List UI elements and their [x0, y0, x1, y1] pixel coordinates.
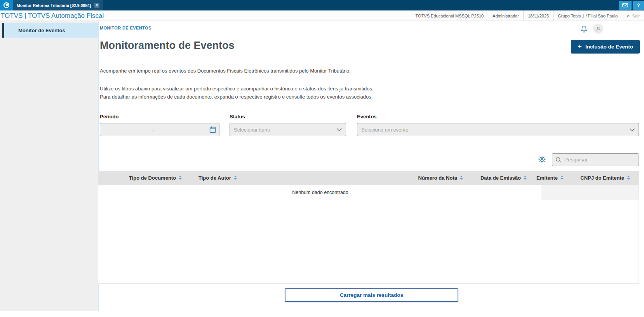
instructions-line-2: Para detalhar as informações de cada doc… [100, 94, 372, 100]
column-header-data-de-emissao[interactable]: Data de Emissão [480, 171, 527, 185]
column-label: Data de Emissão [480, 175, 521, 181]
column-label: Emitente [536, 175, 558, 181]
session-info: TOTVS Educacional MSSQL P2510 Administra… [411, 10, 644, 21]
column-header-cnpj-do-emitente[interactable]: CNPJ do Emitente [580, 171, 630, 185]
program-tab[interactable]: Monitor Reforma Tributaria [02.9.0084] ✕ [13, 0, 103, 10]
column-label: Número da Nota [418, 175, 457, 181]
load-more-button[interactable]: Carregar mais resultados [285, 288, 458, 302]
sort-icon [179, 176, 182, 180]
logout-label: Sair [632, 14, 640, 18]
totvs-logo[interactable] [0, 0, 13, 10]
environment-label: TOTVS Educacional MSSQL P2510 [411, 10, 488, 21]
search-box[interactable] [552, 153, 639, 166]
table-header-row: Tipo de Documento Tipo de Autor Número d… [98, 171, 639, 185]
pinned-column-shade [541, 185, 639, 200]
messages-button[interactable] [619, 1, 632, 10]
user-label: Administrador [488, 10, 523, 21]
date-label: 18/11/2025 [523, 10, 553, 21]
column-header-numero-da-nota[interactable]: Número da Nota [418, 171, 463, 185]
events-table: Tipo de Documento Tipo de Autor Número d… [98, 171, 639, 284]
tab-close-icon[interactable]: ✕ [94, 3, 99, 8]
person-icon [595, 26, 601, 32]
logout-button[interactable]: ✕ Sair [622, 10, 644, 21]
sort-icon [234, 176, 237, 180]
brand-title: TOTVS | TOTVS Automação Fiscal [1, 10, 104, 21]
sort-icon [560, 176, 564, 180]
logout-x-icon: ✕ [627, 14, 630, 18]
envelope-icon [622, 3, 628, 7]
instructions-line-1: Utilize os filtros abaixo para visualiza… [100, 86, 374, 92]
user-avatar-button[interactable] [593, 24, 603, 34]
calendar-icon[interactable] [206, 126, 219, 133]
column-header-tipo-de-autor[interactable]: Tipo de Autor [198, 171, 237, 185]
column-header-emitente[interactable]: Emitente [536, 171, 564, 185]
events-select-field[interactable] [357, 123, 625, 136]
search-icon [555, 157, 562, 163]
status-filter-label: Status [230, 114, 245, 120]
page-title: Monitoramento de Eventos [100, 40, 235, 52]
app-window: Monitor Reforma Tributaria [02.9.0084] ✕… [0, 0, 644, 317]
events-select[interactable] [357, 123, 639, 136]
chevron-down-icon[interactable] [332, 128, 346, 132]
topbar-actions: ? [619, 1, 644, 10]
status-multiselect[interactable] [230, 123, 346, 136]
period-filter-label: Periodo [100, 114, 118, 120]
column-label: Tipo de Autor [198, 175, 231, 181]
plus-icon: + [578, 43, 582, 50]
question-mark-icon: ? [637, 3, 640, 8]
gear-icon [538, 155, 546, 163]
column-header-tipo-de-documento[interactable]: Tipo de Documento [129, 171, 182, 185]
sidebar-item-label: Monitor de Eventos [18, 28, 65, 33]
totvs-logo-icon [3, 2, 10, 9]
notifications-button[interactable] [579, 24, 589, 34]
sort-icon [524, 176, 527, 180]
breadcrumb[interactable]: MONITOR DE EVENTOS [100, 26, 151, 30]
sidebar: Monitor de Eventos [0, 21, 98, 311]
main-content: MONITOR DE EVENTOS Monitoramento de Even… [99, 21, 644, 317]
period-date-range-input[interactable] [100, 123, 219, 136]
program-tab-title: Monitor Reforma Tributaria [02.9.0084] [17, 3, 91, 8]
search-input[interactable] [564, 157, 635, 163]
add-event-button-label: Inclusão de Evento [585, 44, 633, 50]
table-settings-button[interactable] [537, 154, 547, 164]
table-body: Nenhum dado encontrado [98, 185, 639, 283]
intro-text: Acompanhe em tempo real os eventos dos D… [100, 68, 351, 74]
status-select-field[interactable] [230, 123, 332, 136]
events-filter-label: Eventos [357, 114, 377, 120]
period-value-field[interactable] [100, 123, 206, 136]
product-header: TOTVS | TOTVS Automação Fiscal TOTVS Edu… [0, 10, 644, 21]
column-label: CNPJ do Emitente [580, 175, 624, 181]
sidebar-item-monitor-de-eventos[interactable]: Monitor de Eventos [2, 23, 98, 38]
help-button[interactable]: ? [633, 1, 644, 10]
chevron-down-icon[interactable] [625, 128, 639, 132]
bell-icon [580, 25, 588, 33]
add-event-button[interactable]: + Inclusão de Evento [571, 40, 640, 54]
empty-state-message: Nenhum dado encontrado [98, 190, 542, 195]
company-branch-label: Grupo Totvs 1 / Filial Sao Paulo [553, 10, 622, 21]
top-window-bar: Monitor Reforma Tributaria [02.9.0084] ✕… [0, 0, 644, 10]
sort-icon [627, 176, 630, 180]
column-label: Tipo de Documento [129, 175, 176, 181]
sort-icon [460, 176, 463, 180]
